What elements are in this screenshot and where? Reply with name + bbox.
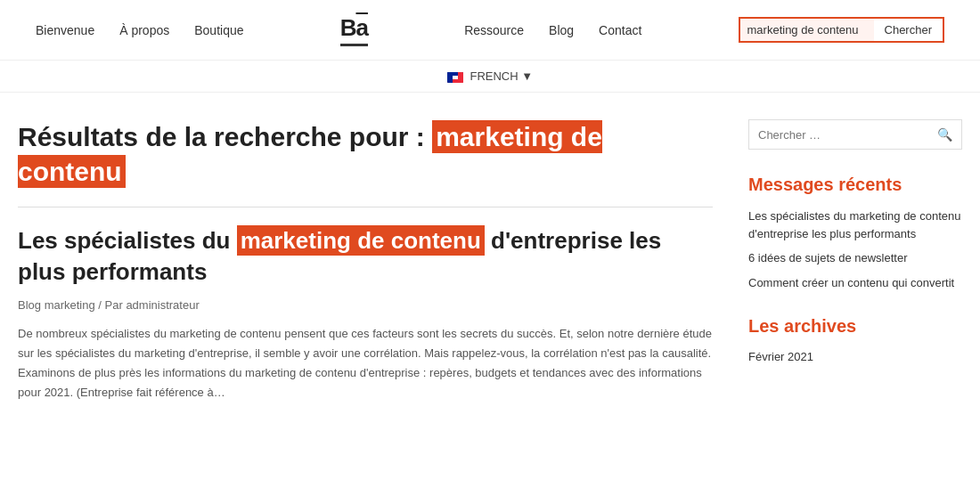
recent-link-3[interactable]: Comment créer un contenu qui convertit bbox=[748, 274, 962, 292]
archives-section: Les archives Février 2021 bbox=[748, 316, 962, 363]
nav-bienvenue[interactable]: Bienvenue bbox=[36, 23, 94, 37]
site-header: Bienvenue À propos Boutique Ba Ressource… bbox=[0, 0, 980, 61]
language-arrow: ▼ bbox=[521, 69, 533, 83]
nav-boutique[interactable]: Boutique bbox=[194, 23, 243, 37]
article-title: Les spécialistes du marketing de contenu… bbox=[18, 225, 713, 288]
main-container: Résultats de la recherche pour : marketi… bbox=[0, 93, 980, 430]
article-excerpt: De nombreux spécialistes du marketing de… bbox=[18, 324, 713, 403]
language-bar: FRENCH ▼ bbox=[0, 61, 980, 93]
sidebar-search-bar: 🔍 bbox=[748, 119, 962, 150]
header-search-button[interactable]: Chercher bbox=[874, 19, 943, 41]
divider bbox=[18, 207, 713, 207]
header-search-bar: Chercher bbox=[739, 17, 944, 43]
recent-messages-title: Messages récents bbox=[748, 175, 962, 195]
nav-apropos[interactable]: À propos bbox=[119, 23, 169, 37]
nav-blog[interactable]: Blog bbox=[549, 23, 574, 37]
header-search-input[interactable] bbox=[740, 19, 874, 41]
nav-contact[interactable]: Contact bbox=[599, 23, 641, 37]
article-meta: Blog marketing / Par administrateur bbox=[18, 298, 713, 312]
sidebar-search-input[interactable] bbox=[749, 121, 928, 149]
main-content: Résultats de la recherche pour : marketi… bbox=[18, 119, 713, 403]
recent-messages-section: Messages récents Les spécialistes du mar… bbox=[748, 175, 962, 291]
article-title-link[interactable]: Les spécialistes du marketing de contenu… bbox=[18, 225, 661, 285]
nav-right: Ressource Blog Contact bbox=[464, 23, 641, 37]
recent-link-1[interactable]: Les spécialistes du marketing de contenu… bbox=[748, 207, 962, 242]
sidebar: 🔍 Messages récents Les spécialistes du m… bbox=[748, 119, 962, 403]
site-logo[interactable]: Ba bbox=[340, 14, 368, 46]
search-results-prefix: Résultats de la recherche pour : bbox=[18, 122, 432, 151]
recent-link-2[interactable]: 6 idées de sujets de newsletter bbox=[748, 249, 962, 267]
french-flag-icon bbox=[447, 72, 463, 83]
search-results-title: Résultats de la recherche pour : marketi… bbox=[18, 119, 713, 189]
sidebar-search-icon[interactable]: 🔍 bbox=[928, 120, 961, 149]
language-label[interactable]: FRENCH bbox=[470, 69, 518, 83]
archives-title: Les archives bbox=[748, 316, 962, 337]
article-title-prefix: Les spécialistes du bbox=[18, 227, 237, 254]
article: Les spécialistes du marketing de contenu… bbox=[18, 225, 713, 403]
archives-month: Février 2021 bbox=[748, 350, 813, 363]
nav-left: Bienvenue À propos Boutique bbox=[36, 23, 244, 37]
nav-ressource[interactable]: Ressource bbox=[464, 23, 524, 37]
article-title-highlight: marketing de contenu bbox=[237, 225, 485, 256]
